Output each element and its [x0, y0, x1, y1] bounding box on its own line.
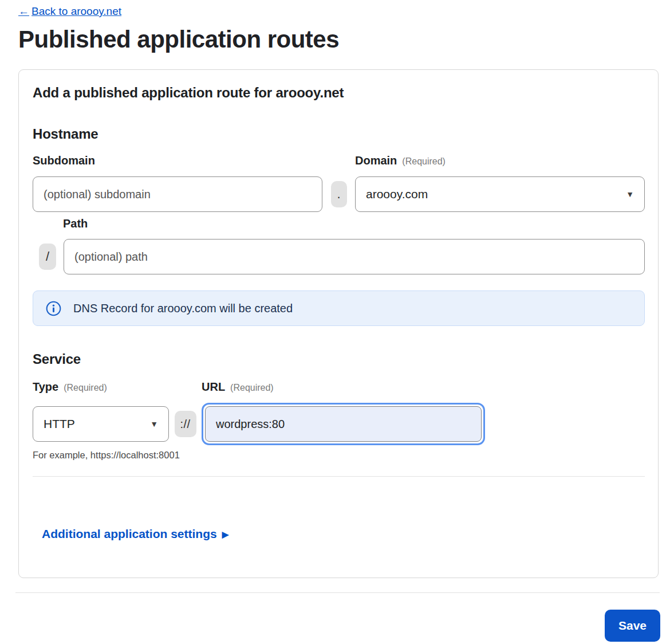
dns-notice-text: DNS Record for aroooy.com will be create… — [73, 302, 293, 315]
url-required-tag: (Required) — [230, 383, 274, 393]
back-arrow-icon: ← — [18, 5, 29, 17]
service-section-heading: Service — [33, 351, 645, 367]
domain-select-value: aroooy.com — [366, 187, 428, 201]
dot-separator: . — [331, 181, 347, 207]
type-label: Type — [33, 380, 58, 394]
footer-bar: Save — [18, 610, 660, 642]
path-field: Path / — [33, 217, 645, 274]
additional-settings-link[interactable]: Additional application settings ▶ — [42, 527, 228, 541]
service-row: Type (Required) URL (Required) HTTP ▼ :/… — [33, 380, 645, 445]
info-icon — [46, 301, 61, 316]
subdomain-label: Subdomain — [33, 154, 95, 167]
chevron-down-icon: ▼ — [626, 190, 634, 199]
domain-field: Domain (Required) aroooy.com ▼ — [355, 154, 645, 212]
card-title: Add a published application route for ar… — [33, 85, 645, 101]
add-route-card: Add a published application route for ar… — [18, 69, 659, 578]
page-divider — [15, 592, 660, 593]
hostname-dot-cell: . — [322, 181, 355, 212]
subdomain-field: Subdomain — [33, 154, 322, 212]
hostname-section-heading: Hostname — [33, 126, 645, 142]
domain-select[interactable]: aroooy.com ▼ — [355, 176, 645, 212]
domain-label: Domain — [355, 154, 397, 167]
path-label: Path — [63, 217, 645, 230]
type-required-tag: (Required) — [64, 383, 107, 393]
service-type-value: HTTP — [44, 417, 75, 431]
service-type-select[interactable]: HTTP ▼ — [33, 406, 169, 442]
subdomain-input[interactable] — [33, 176, 322, 212]
service-url-input[interactable] — [205, 406, 482, 442]
url-input-focus-ring — [202, 403, 485, 445]
back-link-label: Back to aroooy.net — [31, 5, 121, 17]
domain-required-tag: (Required) — [402, 156, 446, 167]
chevron-down-icon: ▼ — [150, 419, 158, 429]
slash-separator: / — [39, 244, 56, 270]
page: ←Back to aroooy.net Published applicatio… — [0, 0, 670, 642]
scheme-separator: :// — [175, 411, 196, 437]
url-label: URL — [202, 380, 225, 394]
url-example-text: For example, https://localhost:8001 — [33, 450, 645, 461]
page-title: Published application routes — [18, 25, 659, 54]
path-input[interactable] — [64, 239, 645, 274]
additional-settings-label: Additional application settings — [42, 527, 217, 541]
dns-notice-banner: DNS Record for aroooy.com will be create… — [33, 290, 645, 326]
save-button[interactable]: Save — [605, 610, 660, 642]
hostname-row: Subdomain . Domain (Required) aroooy.com… — [33, 154, 645, 212]
chevron-right-icon: ▶ — [222, 528, 229, 540]
card-divider — [33, 476, 645, 477]
back-link[interactable]: ←Back to aroooy.net — [18, 5, 121, 18]
